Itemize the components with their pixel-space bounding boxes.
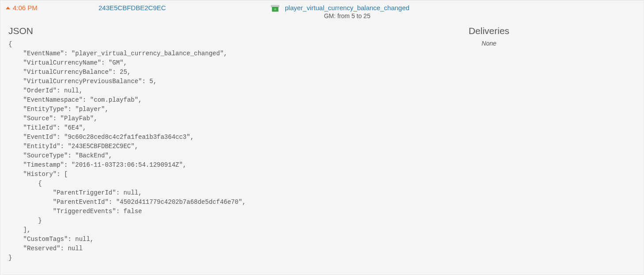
svg-point-2 xyxy=(274,8,277,11)
event-text-block: player_virtual_currency_balance_changed … xyxy=(285,4,409,19)
deliveries-panel: Deliveries None xyxy=(333,26,636,263)
event-time-text: 4:06 PM xyxy=(13,4,38,11)
currency-icon xyxy=(271,5,280,13)
deliveries-status: None xyxy=(342,40,636,47)
event-detail-panel: 4:06 PM 243E5CBFDBE2C9EC player_virtual_… xyxy=(0,0,644,275)
entity-id-link[interactable]: 243E5CBFDBE2C9EC xyxy=(98,4,271,11)
json-body: { "EventName": "player_virtual_currency_… xyxy=(8,40,333,263)
deliveries-panel-title: Deliveries xyxy=(342,26,636,36)
caret-up-icon xyxy=(6,7,10,9)
event-name-cell: player_virtual_currency_balance_changed … xyxy=(271,4,409,19)
event-content-row: JSON { "EventName": "player_virtual_curr… xyxy=(0,21,644,267)
event-time-cell[interactable]: 4:06 PM xyxy=(6,4,98,11)
event-header-row: 4:06 PM 243E5CBFDBE2C9EC player_virtual_… xyxy=(0,0,644,21)
svg-rect-0 xyxy=(271,5,279,7)
event-name-link[interactable]: player_virtual_currency_balance_changed xyxy=(285,4,409,11)
json-panel-title: JSON xyxy=(8,26,333,36)
json-panel: JSON { "EventName": "player_virtual_curr… xyxy=(8,26,333,263)
event-subtitle: GM: from 5 to 25 xyxy=(324,12,370,19)
